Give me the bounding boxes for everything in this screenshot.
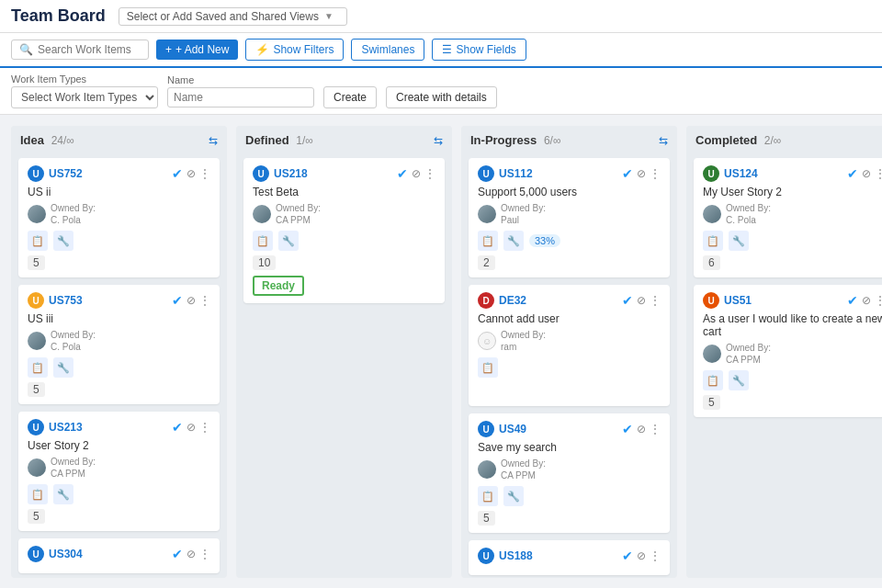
owned-text: Owned By: CA PPM (726, 342, 771, 366)
card-number: 5 (703, 395, 720, 410)
check-icon[interactable]: ✔ (847, 293, 858, 308)
check-icon[interactable]: ✔ (172, 293, 183, 308)
column-title-idea: Idea (20, 133, 44, 147)
block-icon[interactable]: ⊘ (862, 167, 871, 180)
card-actions: ✔ ⊘ ⋮ (172, 420, 210, 435)
card-number: 5 (28, 382, 45, 397)
card-us218[interactable]: U US218 ✔ ⊘ ⋮ Test Beta Owned By: CA PPM (243, 158, 445, 303)
card-us752[interactable]: U US752 ✔ ⊘ ⋮ US ii Owned By: C. Pola (18, 158, 220, 277)
card-number: 5 (28, 255, 45, 270)
block-icon[interactable]: ⊘ (187, 421, 196, 434)
check-icon[interactable]: ✔ (622, 293, 633, 308)
block-icon[interactable]: ⊘ (637, 167, 646, 180)
check-icon[interactable]: ✔ (397, 166, 408, 181)
card-bottom: 📋 🔧 (28, 484, 210, 509)
attachment-icon[interactable]: 📋 (28, 231, 48, 251)
block-icon[interactable]: ⊘ (862, 294, 871, 307)
bug-icon[interactable]: 🔧 (53, 357, 74, 378)
avatar (478, 205, 496, 223)
more-icon[interactable]: ⋮ (875, 294, 882, 307)
column-count-idea: 24/∞ (51, 134, 74, 147)
card-us213[interactable]: U US213 ✔ ⊘ ⋮ User Story 2 Owned By: CA … (18, 412, 220, 531)
attachment-icon[interactable]: 📋 (28, 484, 48, 504)
more-icon[interactable]: ⋮ (650, 294, 661, 307)
card-us49[interactable]: U US49 ✔ ⊘ ⋮ Save my search Owned By: CA… (469, 413, 670, 533)
attachment-icon[interactable]: 📋 (253, 231, 273, 251)
show-filters-button[interactable]: ⚡ Show Filters (245, 39, 344, 61)
bug-icon[interactable]: 🔧 (503, 231, 524, 251)
show-fields-button[interactable]: ☰ Show Fields (432, 39, 526, 61)
card-id: U US188 (478, 548, 533, 564)
check-icon[interactable]: ✔ (172, 166, 183, 181)
card-tools: 📋 🔧 (28, 357, 74, 378)
block-icon[interactable]: ⊘ (187, 167, 196, 180)
block-icon[interactable]: ⊘ (637, 549, 646, 562)
more-icon[interactable]: ⋮ (650, 167, 661, 180)
owned-by-label: Owned By: (276, 203, 321, 213)
search-box[interactable]: 🔍 (11, 40, 149, 60)
add-new-label: + Add New (175, 43, 229, 56)
card-owned: Owned By: Paul (478, 202, 661, 226)
more-icon[interactable]: ⋮ (650, 423, 661, 435)
bug-icon[interactable]: 🔧 (729, 231, 749, 251)
card-de32[interactable]: D DE32 ✔ ⊘ ⋮ Cannot add user ☺ Owned By:… (469, 285, 670, 406)
add-new-button[interactable]: + + Add New (156, 40, 238, 60)
bug-icon[interactable]: 🔧 (503, 486, 524, 506)
bug-icon[interactable]: 🔧 (53, 484, 74, 504)
attachment-icon[interactable]: 📋 (703, 370, 723, 390)
check-icon[interactable]: ✔ (622, 422, 633, 436)
more-icon[interactable]: ⋮ (199, 421, 210, 434)
card-bottom: 📋 🔧 33% (478, 231, 661, 255)
card-type-icon: D (478, 292, 494, 309)
bug-icon[interactable]: 🔧 (53, 231, 74, 251)
bug-icon[interactable]: 🔧 (278, 231, 299, 251)
search-input[interactable] (38, 43, 139, 56)
column-arrows-idea[interactable]: ⇆ (209, 134, 218, 147)
owned-text: Owned By: C. Pola (726, 202, 771, 226)
check-icon[interactable]: ✔ (172, 420, 183, 435)
card-us188[interactable]: U US188 ✔ ⊘ ⋮ (469, 540, 670, 575)
attachment-icon[interactable]: 📋 (478, 486, 498, 506)
block-icon[interactable]: ⊘ (412, 167, 421, 180)
attachment-icon[interactable]: 📋 (28, 357, 48, 378)
more-icon[interactable]: ⋮ (199, 167, 210, 180)
attachment-icon[interactable]: 📋 (703, 231, 723, 251)
more-icon[interactable]: ⋮ (199, 548, 210, 560)
more-icon[interactable]: ⋮ (650, 549, 661, 562)
name-input[interactable] (167, 87, 314, 107)
card-bottom: 📋 🔧 (703, 370, 882, 395)
card-us112[interactable]: U US112 ✔ ⊘ ⋮ Support 5,000 users Owned … (469, 158, 670, 277)
swimlanes-button[interactable]: Swimlanes (351, 39, 424, 61)
attachment-icon[interactable]: 📋 (478, 357, 498, 378)
card-header: U US304 ✔ ⊘ ⋮ (28, 546, 210, 562)
more-icon[interactable]: ⋮ (199, 294, 210, 307)
card-us753[interactable]: U US753 ✔ ⊘ ⋮ US iii Owned By: C. Pola (18, 285, 220, 404)
block-icon[interactable]: ⊘ (187, 294, 196, 307)
check-icon[interactable]: ✔ (172, 547, 183, 561)
more-icon[interactable]: ⋮ (875, 167, 882, 180)
card-us124[interactable]: U US124 ✔ ⊘ ⋮ My User Story 2 Owned By: … (694, 158, 882, 277)
column-arrows-inprogress[interactable]: ⇆ (659, 134, 668, 147)
progress-badge: 33% (529, 234, 560, 247)
attachment-icon[interactable]: 📋 (478, 231, 498, 251)
create-button[interactable]: Create (323, 86, 377, 108)
card-us51[interactable]: U US51 ✔ ⊘ ⋮ As a user I would like to c… (694, 285, 882, 417)
views-selector-label: Select or Add Saved and Shared Views (127, 10, 319, 23)
card-type-icon: U (478, 548, 494, 564)
views-selector[interactable]: Select or Add Saved and Shared Views ▼ (119, 7, 347, 26)
block-icon[interactable]: ⊘ (637, 423, 646, 435)
create-with-details-button[interactable]: Create with details (386, 86, 497, 108)
work-item-types-select[interactable]: Select Work Item Types... (11, 86, 158, 108)
check-icon[interactable]: ✔ (847, 166, 858, 181)
toolbar: 🔍 + + Add New ⚡ Show Filters Swimlanes ☰… (0, 33, 882, 68)
bug-icon[interactable]: 🔧 (729, 370, 749, 390)
owner-name: CA PPM (276, 215, 311, 225)
block-icon[interactable]: ⊘ (637, 294, 646, 307)
card-us304[interactable]: U US304 ✔ ⊘ ⋮ (18, 538, 220, 573)
column-body-idea: U US752 ✔ ⊘ ⋮ US ii Owned By: C. Pola (11, 154, 227, 578)
check-icon[interactable]: ✔ (622, 548, 633, 563)
check-icon[interactable]: ✔ (622, 166, 633, 181)
more-icon[interactable]: ⋮ (424, 167, 435, 180)
block-icon[interactable]: ⊘ (187, 548, 196, 560)
column-arrows-defined[interactable]: ⇆ (434, 134, 443, 147)
